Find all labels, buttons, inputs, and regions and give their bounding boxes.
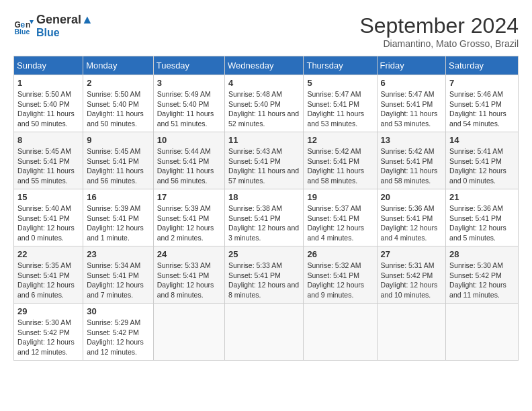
day-info: Sunrise: 5:45 AM Sunset: 5:41 PM Dayligh…	[17, 146, 79, 186]
calendar-cell: 25 Sunrise: 5:33 AM Sunset: 5:41 PM Dayl…	[225, 246, 304, 304]
day-number: 7	[449, 78, 515, 88]
day-info: Sunrise: 5:33 AM Sunset: 5:41 PM Dayligh…	[228, 261, 300, 300]
calendar-cell	[304, 304, 377, 361]
calendar-cell: 7 Sunrise: 5:46 AM Sunset: 5:41 PM Dayli…	[446, 75, 519, 132]
day-number: 6	[381, 78, 443, 88]
day-info: Sunrise: 5:39 AM Sunset: 5:41 PM Dayligh…	[157, 203, 221, 243]
day-number: 21	[449, 192, 515, 202]
calendar-cell: 29 Sunrise: 5:30 AM Sunset: 5:42 PM Dayl…	[14, 304, 83, 361]
calendar-cell: 22 Sunrise: 5:35 AM Sunset: 5:41 PM Dayl…	[14, 246, 83, 304]
calendar-cell: 18 Sunrise: 5:38 AM Sunset: 5:41 PM Dayl…	[225, 189, 304, 246]
calendar-cell: 21 Sunrise: 5:36 AM Sunset: 5:41 PM Dayl…	[446, 189, 519, 246]
header-cell-monday: Monday	[83, 56, 153, 75]
day-number: 11	[228, 135, 300, 145]
day-info: Sunrise: 5:35 AM Sunset: 5:41 PM Dayligh…	[17, 261, 79, 300]
day-info: Sunrise: 5:30 AM Sunset: 5:42 PM Dayligh…	[449, 261, 515, 300]
day-info: Sunrise: 5:48 AM Sunset: 5:40 PM Dayligh…	[228, 89, 300, 129]
calendar-week-3: 15 Sunrise: 5:40 AM Sunset: 5:41 PM Dayl…	[14, 189, 519, 246]
day-info: Sunrise: 5:32 AM Sunset: 5:41 PM Dayligh…	[307, 261, 373, 300]
day-number: 19	[307, 192, 373, 202]
day-number: 26	[307, 249, 373, 259]
day-info: Sunrise: 5:47 AM Sunset: 5:41 PM Dayligh…	[381, 89, 443, 129]
day-info: Sunrise: 5:42 AM Sunset: 5:41 PM Dayligh…	[307, 146, 373, 186]
calendar-cell: 11 Sunrise: 5:43 AM Sunset: 5:41 PM Dayl…	[225, 132, 304, 189]
page-header: G e n Blue General▲ Blue September 2024 …	[13, 13, 519, 49]
day-number: 16	[87, 192, 149, 202]
calendar-cell	[377, 304, 446, 361]
calendar-cell: 26 Sunrise: 5:32 AM Sunset: 5:41 PM Dayl…	[304, 246, 377, 304]
day-info: Sunrise: 5:34 AM Sunset: 5:41 PM Dayligh…	[87, 261, 149, 300]
day-info: Sunrise: 5:29 AM Sunset: 5:42 PM Dayligh…	[87, 318, 149, 357]
calendar-cell	[446, 304, 519, 361]
calendar-cell: 8 Sunrise: 5:45 AM Sunset: 5:41 PM Dayli…	[14, 132, 83, 189]
day-info: Sunrise: 5:47 AM Sunset: 5:41 PM Dayligh…	[307, 89, 373, 129]
calendar-week-5: 29 Sunrise: 5:30 AM Sunset: 5:42 PM Dayl…	[14, 304, 519, 361]
calendar-cell: 4 Sunrise: 5:48 AM Sunset: 5:40 PM Dayli…	[225, 75, 304, 132]
calendar-cell: 19 Sunrise: 5:37 AM Sunset: 5:41 PM Dayl…	[304, 189, 377, 246]
day-info: Sunrise: 5:43 AM Sunset: 5:41 PM Dayligh…	[228, 146, 300, 186]
day-number: 12	[307, 135, 373, 145]
calendar-week-4: 22 Sunrise: 5:35 AM Sunset: 5:41 PM Dayl…	[14, 246, 519, 304]
day-number: 24	[157, 249, 221, 259]
calendar-cell: 23 Sunrise: 5:34 AM Sunset: 5:41 PM Dayl…	[83, 246, 153, 304]
calendar-cell: 12 Sunrise: 5:42 AM Sunset: 5:41 PM Dayl…	[304, 132, 377, 189]
day-info: Sunrise: 5:42 AM Sunset: 5:41 PM Dayligh…	[381, 146, 443, 186]
calendar-cell: 3 Sunrise: 5:49 AM Sunset: 5:40 PM Dayli…	[153, 75, 224, 132]
day-info: Sunrise: 5:40 AM Sunset: 5:41 PM Dayligh…	[17, 203, 79, 243]
day-info: Sunrise: 5:41 AM Sunset: 5:41 PM Dayligh…	[449, 146, 515, 186]
day-number: 23	[87, 249, 149, 259]
day-number: 15	[17, 192, 79, 202]
day-number: 27	[381, 249, 443, 259]
day-info: Sunrise: 5:31 AM Sunset: 5:42 PM Dayligh…	[381, 261, 443, 300]
calendar-cell: 15 Sunrise: 5:40 AM Sunset: 5:41 PM Dayl…	[14, 189, 83, 246]
logo-line1: General▲	[36, 13, 93, 27]
calendar-cell: 6 Sunrise: 5:47 AM Sunset: 5:41 PM Dayli…	[377, 75, 446, 132]
logo-line2: Blue	[36, 27, 93, 39]
svg-text:Blue: Blue	[15, 28, 30, 36]
calendar-week-1: 1 Sunrise: 5:50 AM Sunset: 5:40 PM Dayli…	[14, 75, 519, 132]
day-info: Sunrise: 5:49 AM Sunset: 5:40 PM Dayligh…	[157, 89, 221, 129]
day-number: 14	[449, 135, 515, 145]
day-number: 17	[157, 192, 221, 202]
calendar-table: SundayMondayTuesdayWednesdayThursdayFrid…	[13, 56, 519, 361]
day-number: 30	[87, 306, 149, 316]
day-info: Sunrise: 5:45 AM Sunset: 5:41 PM Dayligh…	[87, 146, 149, 186]
calendar-cell: 27 Sunrise: 5:31 AM Sunset: 5:42 PM Dayl…	[377, 246, 446, 304]
header-cell-wednesday: Wednesday	[225, 56, 304, 75]
day-info: Sunrise: 5:30 AM Sunset: 5:42 PM Dayligh…	[17, 318, 79, 357]
calendar-cell: 9 Sunrise: 5:45 AM Sunset: 5:41 PM Dayli…	[83, 132, 153, 189]
day-number: 22	[17, 249, 79, 259]
day-info: Sunrise: 5:38 AM Sunset: 5:41 PM Dayligh…	[228, 203, 300, 243]
day-number: 13	[381, 135, 443, 145]
header-row: SundayMondayTuesdayWednesdayThursdayFrid…	[14, 56, 519, 75]
logo: G e n Blue General▲ Blue	[13, 13, 93, 38]
calendar-week-2: 8 Sunrise: 5:45 AM Sunset: 5:41 PM Dayli…	[14, 132, 519, 189]
calendar-cell: 28 Sunrise: 5:30 AM Sunset: 5:42 PM Dayl…	[446, 246, 519, 304]
day-info: Sunrise: 5:36 AM Sunset: 5:41 PM Dayligh…	[449, 203, 515, 243]
day-number: 4	[228, 78, 300, 88]
calendar-cell: 13 Sunrise: 5:42 AM Sunset: 5:41 PM Dayl…	[377, 132, 446, 189]
calendar-cell: 20 Sunrise: 5:36 AM Sunset: 5:41 PM Dayl…	[377, 189, 446, 246]
day-info: Sunrise: 5:36 AM Sunset: 5:41 PM Dayligh…	[381, 203, 443, 243]
header-cell-thursday: Thursday	[304, 56, 377, 75]
day-info: Sunrise: 5:39 AM Sunset: 5:41 PM Dayligh…	[87, 203, 149, 243]
calendar-cell: 10 Sunrise: 5:44 AM Sunset: 5:41 PM Dayl…	[153, 132, 224, 189]
calendar-cell: 24 Sunrise: 5:33 AM Sunset: 5:41 PM Dayl…	[153, 246, 224, 304]
header-cell-tuesday: Tuesday	[153, 56, 224, 75]
day-number: 1	[17, 78, 79, 88]
day-number: 18	[228, 192, 300, 202]
calendar-cell: 17 Sunrise: 5:39 AM Sunset: 5:41 PM Dayl…	[153, 189, 224, 246]
calendar-cell: 5 Sunrise: 5:47 AM Sunset: 5:41 PM Dayli…	[304, 75, 377, 132]
day-number: 10	[157, 135, 221, 145]
calendar-cell: 16 Sunrise: 5:39 AM Sunset: 5:41 PM Dayl…	[83, 189, 153, 246]
day-info: Sunrise: 5:44 AM Sunset: 5:41 PM Dayligh…	[157, 146, 221, 186]
day-info: Sunrise: 5:50 AM Sunset: 5:40 PM Dayligh…	[17, 89, 79, 129]
day-number: 8	[17, 135, 79, 145]
day-info: Sunrise: 5:33 AM Sunset: 5:41 PM Dayligh…	[157, 261, 221, 300]
month-title: September 2024	[359, 13, 519, 38]
calendar-cell: 2 Sunrise: 5:50 AM Sunset: 5:40 PM Dayli…	[83, 75, 153, 132]
calendar-cell: 14 Sunrise: 5:41 AM Sunset: 5:41 PM Dayl…	[446, 132, 519, 189]
header-cell-sunday: Sunday	[14, 56, 83, 75]
day-info: Sunrise: 5:46 AM Sunset: 5:41 PM Dayligh…	[449, 89, 515, 129]
calendar-cell: 30 Sunrise: 5:29 AM Sunset: 5:42 PM Dayl…	[83, 304, 153, 361]
